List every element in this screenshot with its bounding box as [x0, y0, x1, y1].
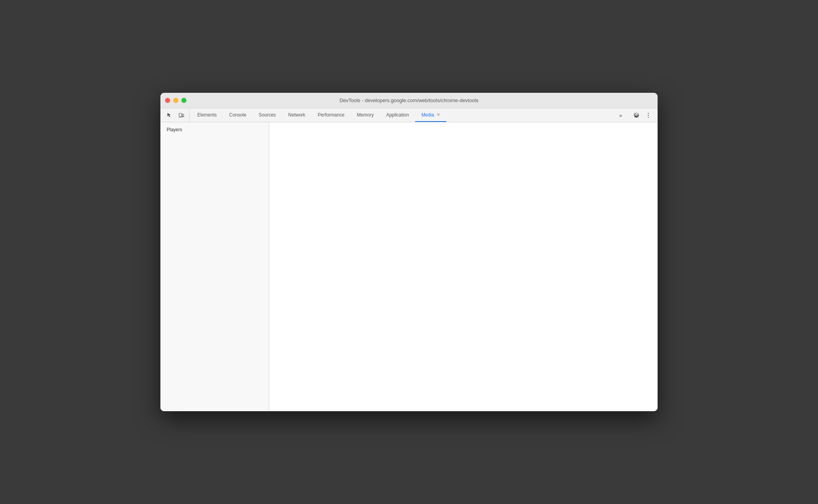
tab-media[interactable]: Media ✕ — [415, 108, 446, 122]
settings-icon — [634, 112, 640, 118]
devtools-window: DevTools - developers.google.com/web/too… — [160, 93, 658, 411]
tab-media-close[interactable]: ✕ — [437, 113, 440, 117]
maximize-button[interactable] — [181, 98, 186, 103]
tab-application[interactable]: Application — [380, 108, 415, 122]
toolbar-left-icons — [162, 108, 190, 122]
inspector-toggle-button[interactable] — [164, 110, 175, 121]
toolbar: Elements Console Sources Network Perform… — [160, 108, 658, 122]
close-button[interactable] — [165, 98, 170, 103]
more-options-icon — [645, 112, 651, 118]
tab-elements[interactable]: Elements — [191, 108, 223, 122]
tab-performance[interactable]: Performance — [312, 108, 351, 122]
tab-sources[interactable]: Sources — [252, 108, 282, 122]
title-bar: DevTools - developers.google.com/web/too… — [160, 93, 658, 108]
traffic-lights — [165, 98, 186, 103]
device-icon — [178, 112, 184, 118]
sidebar-title: Players — [160, 125, 269, 134]
window-title: DevTools - developers.google.com/web/too… — [339, 97, 479, 103]
svg-point-4 — [648, 113, 649, 113]
tab-network[interactable]: Network — [282, 108, 312, 122]
more-options-button[interactable] — [643, 110, 654, 121]
tab-console[interactable]: Console — [223, 108, 252, 122]
svg-rect-1 — [182, 114, 184, 117]
tab-memory[interactable]: Memory — [351, 108, 380, 122]
device-toggle-button[interactable] — [176, 110, 187, 121]
toolbar-right: » — [613, 108, 656, 122]
more-tabs-button[interactable]: » — [615, 110, 626, 121]
tabs-container: Elements Console Sources Network Perform… — [191, 108, 613, 122]
minimize-button[interactable] — [173, 98, 178, 103]
main-content: Players — [160, 122, 658, 411]
media-content-area — [269, 122, 658, 411]
settings-button[interactable] — [631, 110, 642, 121]
devtools-panel: Elements Console Sources Network Perform… — [160, 108, 658, 411]
players-sidebar: Players — [160, 122, 269, 411]
svg-point-6 — [648, 116, 649, 117]
inspector-icon — [167, 112, 173, 118]
svg-point-5 — [648, 115, 649, 115]
